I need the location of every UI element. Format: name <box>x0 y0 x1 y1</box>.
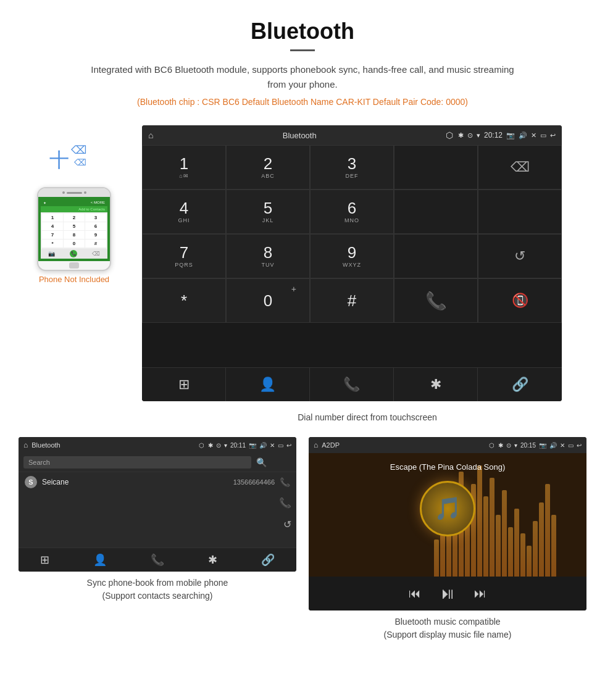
dial-key-8[interactable]: 8 TUV <box>226 234 310 278</box>
phone-mockup: ✦< MORE Add to Contacts 1 2 3 4 5 6 7 8 … <box>37 187 111 271</box>
next-track-button[interactable]: ⏭ <box>474 586 486 601</box>
grid-icon[interactable]: ⊞ <box>142 368 226 401</box>
main-content: ⼗ ⌫ ⌫ ✦< MORE Add to Contacts 1 <box>0 119 605 407</box>
backspace-icon: ⌫ <box>511 159 530 175</box>
a2dp-status-right: ✱ ⊙ ▾ 20:15 📷 🔊 ✕ ▭ ↩ <box>498 442 582 449</box>
link-icon[interactable]: 🔗 <box>478 368 562 401</box>
phone-home-button <box>69 262 79 269</box>
dial-key-1[interactable]: 1 ⌂✉ <box>142 145 226 190</box>
dial-key-4-main: 4 <box>180 200 188 216</box>
dial-key-8-sub: TUV <box>262 262 275 268</box>
status-right: ✱ ⊙ ▾ 20:12 📷 🔊 ✕ ▭ ↩ <box>458 131 556 140</box>
phone-dialpad: 1 2 3 4 5 6 7 8 9 * 0 # <box>41 212 107 249</box>
music-caption: Bluetooth music compatible (Support disp… <box>384 615 512 641</box>
dial-key-9[interactable]: 9 WXYZ <box>310 234 394 278</box>
phone-sensor-dot <box>84 191 86 194</box>
pb-phone-icon[interactable]: 📞 <box>151 553 164 567</box>
page-title: Bluetooth <box>37 19 568 44</box>
a2dp-back-icon[interactable]: ↩ <box>577 442 582 449</box>
a2dp-usb-icon: ⬡ <box>489 442 494 449</box>
back-icon[interactable]: ↩ <box>550 131 556 140</box>
pb-home-icon[interactable]: ⌂ <box>23 441 28 449</box>
phone-icon[interactable]: 📞 <box>310 368 394 401</box>
pb-bottom-bar: ⊞ 👤 📞 ✱ 🔗 <box>19 548 296 572</box>
phone-contacts-bar: Add to Contacts <box>41 206 107 212</box>
dial-key-3-sub: DEF <box>346 173 359 179</box>
dial-key-hash[interactable]: # <box>310 278 394 323</box>
refresh-cell[interactable]: ↺ <box>478 234 562 278</box>
empty-cell-2 <box>394 190 478 234</box>
pb-grid-icon[interactable]: ⊞ <box>40 553 49 567</box>
volume-icon[interactable]: 🔊 <box>519 131 527 140</box>
phone-key-6: 6 <box>85 222 106 230</box>
phone-key-8: 8 <box>64 231 85 239</box>
dial-key-hash-main: # <box>348 293 356 309</box>
pb-bt-icon: ✱ <box>208 442 213 449</box>
pb-call-icon[interactable]: 📞 <box>280 477 290 487</box>
pb-contact-name: Seicane <box>42 478 233 486</box>
location-icon: ⊙ <box>467 131 473 140</box>
pb-vol-icon: 🔊 <box>259 442 267 449</box>
bluetooth-symbol-icon: ⼗ <box>49 147 69 174</box>
usb-icon: ⬡ <box>446 130 453 140</box>
pb-search-icon[interactable]: 🔍 <box>256 457 267 467</box>
wifi-icon: ▾ <box>477 131 480 140</box>
pb-contact-avatar: S <box>25 476 37 488</box>
dial-key-6-sub: MNO <box>344 217 359 223</box>
phone-key-0: 0 <box>64 240 85 248</box>
camera-icon[interactable]: 📷 <box>506 131 515 140</box>
a2dp-content: Escape (The Pina Colada Song) 🎵 <box>309 453 586 577</box>
phone-top-bar <box>38 188 110 197</box>
dial-key-5-main: 5 <box>264 200 272 216</box>
pb-side-phone-icon[interactable]: 📞 <box>279 497 291 509</box>
call-green-cell[interactable]: 📞 <box>394 278 478 323</box>
dial-key-6-main: 6 <box>348 200 356 216</box>
phone-speaker <box>67 192 82 194</box>
bluetooth-specs: (Bluetooth chip : CSR BC6 Default Blueto… <box>37 97 568 107</box>
dial-key-2[interactable]: 2 ABC <box>226 145 310 190</box>
play-pause-button[interactable]: ⏯ <box>440 584 456 603</box>
dial-key-star[interactable]: * <box>142 278 226 323</box>
dialpad-grid: 1 ⌂✉ 2 ABC 3 DEF ⌫ 4 GHI 5 J <box>142 145 562 367</box>
dial-key-0[interactable]: 0 + <box>226 278 310 323</box>
music-block: ⌂ A2DP ⬡ ✱ ⊙ ▾ 20:15 📷 🔊 ✕ ▭ ↩ <box>309 437 586 641</box>
phone-call-button: 📞 <box>70 250 77 257</box>
dial-key-6[interactable]: 6 MNO <box>310 190 394 234</box>
prev-track-button[interactable]: ⏮ <box>409 586 421 601</box>
pb-bt-bottom-icon[interactable]: ✱ <box>208 553 217 567</box>
a2dp-wifi-icon: ▾ <box>514 442 517 449</box>
dial-key-5[interactable]: 5 JKL <box>226 190 310 234</box>
bottom-icon-row: ⊞ 👤 📞 ✱ 🔗 <box>142 367 562 401</box>
a2dp-home-icon[interactable]: ⌂ <box>314 441 318 449</box>
phone-bottom-bar: 📷 📞 ⌫ <box>41 249 107 259</box>
pb-side-refresh-icon[interactable]: ↺ <box>283 519 291 530</box>
phone-key-7: 7 <box>42 231 63 239</box>
dial-key-4[interactable]: 4 GHI <box>142 190 226 234</box>
bluetooth-icon[interactable]: ✱ <box>394 368 478 401</box>
home-icon[interactable]: ⌂ <box>148 130 153 140</box>
pb-person-icon[interactable]: 👤 <box>93 553 107 567</box>
a2dp-title: A2DP <box>322 441 485 449</box>
phone-key-4: 4 <box>42 222 63 230</box>
dial-key-7-main: 7 <box>180 244 188 260</box>
phone-not-included-label: Phone Not Included <box>19 275 130 284</box>
pb-usb-icon: ⬡ <box>199 442 204 449</box>
dial-key-1-sub: ⌂✉ <box>179 173 188 179</box>
pb-search-box[interactable]: Search <box>23 456 251 469</box>
pb-link-icon[interactable]: 🔗 <box>261 553 275 567</box>
backspace-cell[interactable]: ⌫ <box>478 145 562 190</box>
dial-key-0-main: 0 <box>264 293 272 309</box>
contacts-icon[interactable]: 👤 <box>226 368 310 401</box>
pb-contact-row[interactable]: S Seicane 13566664466 📞 <box>19 472 296 492</box>
call-red-cell[interactable]: 📵 <box>478 278 562 323</box>
window-icon[interactable]: ▭ <box>540 131 546 140</box>
close-icon[interactable]: ✕ <box>531 131 536 140</box>
dial-key-3-main: 3 <box>348 156 356 172</box>
bottom-screenshots: ⌂ Bluetooth ⬡ ✱ ⊙ ▾ 20:11 📷 🔊 ✕ ▭ ↩ <box>0 437 605 654</box>
screen-statusbar: ⌂ Bluetooth ⬡ ✱ ⊙ ▾ 20:12 📷 🔊 ✕ ▭ ↩ <box>142 125 562 145</box>
pb-back-icon[interactable]: ↩ <box>286 442 291 449</box>
call-green-icon: 📞 <box>425 291 447 311</box>
dial-key-3[interactable]: 3 DEF <box>310 145 394 190</box>
dial-key-7[interactable]: 7 PQRS <box>142 234 226 278</box>
dial-key-4-sub: GHI <box>178 217 190 223</box>
